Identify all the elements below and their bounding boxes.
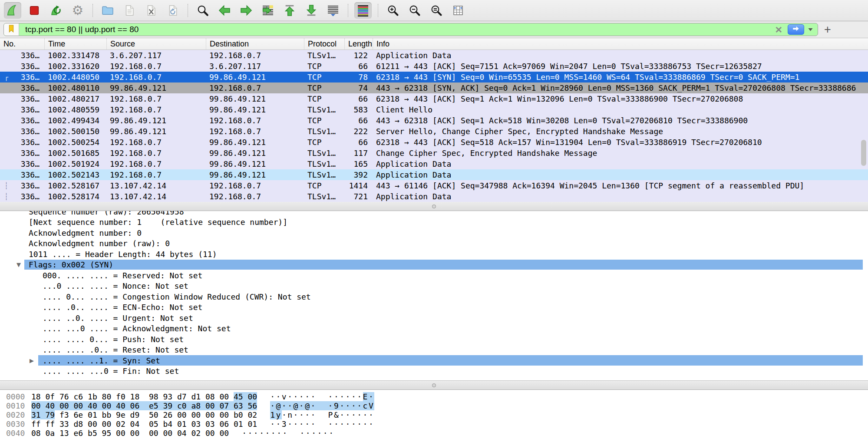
zoom-reset-button[interactable] (428, 2, 445, 19)
colorize-icon (356, 3, 370, 17)
packet-cell: 62318 → 443 [ACK] Seq=1 Ack=1 Win=132096… (373, 93, 868, 104)
display-filter-input[interactable]: tcp.port == 80 || udp.port == 80 (19, 25, 772, 34)
go-to-top-button[interactable] (281, 2, 298, 19)
detail-text: [Next sequence number: 1 (relative seque… (0, 218, 287, 227)
packet-row[interactable]: ┆336…1002.52816713.107.42.14192.168.0.7T… (0, 180, 868, 191)
packet-cell: 66 (344, 115, 373, 126)
go-to-bottom-button[interactable] (303, 2, 320, 19)
column-header-no[interactable]: No. (0, 38, 44, 49)
colorize-packets-button[interactable] (354, 2, 372, 19)
packet-row[interactable]: 336…1002.480217192.168.0.799.86.49.121TC… (0, 93, 868, 104)
packet-row[interactable]: 336…1002.500254192.168.0.799.86.49.121TC… (0, 137, 868, 148)
detail-text: .... .0.. .... = ECN-Echo: Not set (0, 303, 202, 312)
packet-row[interactable]: 336…1002.50015099.86.49.121192.168.0.7TL… (0, 126, 868, 137)
expander-down-icon[interactable]: ▼ (17, 260, 21, 270)
expander-right-icon[interactable]: ▶ (30, 355, 34, 366)
arrow-bottom-icon (304, 3, 318, 17)
capture-options-button[interactable]: ⚙ (69, 2, 86, 19)
column-header-destination[interactable]: Destination (206, 38, 304, 49)
clear-filter-icon[interactable]: ✕ (775, 25, 782, 34)
detail-tree-item[interactable]: .... .... .0.. = Reset: Not set (0, 345, 868, 356)
packet-cell: 192.168.0.7 (206, 180, 304, 191)
detail-text: .... .... ..1. = Syn: Set (0, 356, 160, 365)
arrow-top-icon (283, 3, 297, 17)
column-header-info[interactable]: Info (373, 38, 868, 49)
detail-tree-item[interactable]: .... ...0 .... = Acknowledgment: Not set (0, 323, 868, 334)
packet-row[interactable]: 336…1002.501924192.168.0.799.86.49.121TL… (0, 158, 868, 169)
detail-tree-item[interactable]: 1011 .... = Header Length: 44 bytes (11) (0, 249, 868, 260)
zoom-in-button[interactable] (384, 2, 402, 19)
magnifier-icon (196, 4, 209, 17)
detail-tree-item[interactable]: .... ..0. .... = Urgent: Not set (0, 313, 868, 323)
packet-cell: 122 (344, 50, 373, 61)
packet-cell: 78 (344, 72, 373, 82)
apply-arrow-icon (792, 26, 800, 33)
packet-cell: 1002.480559 (44, 104, 106, 115)
zoom-out-icon (408, 4, 421, 17)
packet-row[interactable]: 336…1002.49943499.86.49.121192.168.0.7TC… (0, 115, 868, 126)
filter-dropdown-button[interactable] (808, 26, 813, 33)
document-close-icon (145, 4, 158, 17)
zoom-out-button[interactable] (406, 2, 423, 19)
packet-row[interactable]: ┌336…1002.448050192.168.0.799.86.49.121T… (0, 72, 868, 82)
detail-tree-item[interactable]: .... .0.. .... = ECN-Echo: Not set (0, 302, 868, 313)
save-file-button[interactable] (121, 2, 138, 19)
open-file-button[interactable] (99, 2, 116, 19)
packet-row[interactable]: 336…1002.501685192.168.0.799.86.49.121TL… (0, 148, 868, 158)
go-forward-button[interactable] (238, 2, 255, 19)
apply-filter-button[interactable] (788, 24, 804, 35)
detail-tree-item[interactable]: 000. .... .... = Reserved: Not set (0, 270, 868, 281)
add-filter-button[interactable]: + (824, 24, 831, 36)
detail-tree-item[interactable]: ...0 .... .... = Nonce: Not set (0, 281, 868, 292)
detail-tree-item[interactable]: ▶.... .... ..1. = Syn: Set (0, 355, 868, 366)
stop-capture-button[interactable] (26, 2, 43, 19)
column-header-length[interactable]: Length (344, 38, 373, 49)
packet-detail-pane: Sequence number (raw): 2665041958[Next s… (0, 211, 868, 380)
hex-row[interactable]: 000018 0f 76 c6 1b 80 f0 18 98 93 d7 d1 … (0, 392, 868, 401)
detail-tree-item[interactable]: ▼Flags: 0x002 (SYN) (0, 260, 868, 270)
display-filter-box[interactable]: tcp.port == 80 || udp.port == 80 ✕ (3, 23, 818, 36)
start-capture-button[interactable] (4, 2, 21, 19)
packet-row[interactable]: 336…1002.3314783.6.207.117192.168.0.7TLS… (0, 50, 868, 61)
hex-row[interactable]: 001000 40 00 00 40 00 40 06 e5 39 c0 a8 … (0, 401, 868, 410)
splitter-detail-bytes[interactable] (0, 380, 868, 390)
detail-tree-item[interactable]: [Next sequence number: 1 (relative seque… (0, 217, 868, 228)
packet-list-scrollbar-thumb[interactable] (861, 140, 866, 166)
detail-tree-item[interactable]: Acknowledgment number: 0 (0, 228, 868, 238)
reload-file-button[interactable] (164, 2, 182, 19)
hex-row[interactable]: 004008 0a 13 e6 b5 95 00 00 00 00 04 02 … (0, 429, 868, 438)
column-header-protocol[interactable]: Protocol (304, 38, 344, 49)
column-header-source[interactable]: Source (106, 38, 206, 49)
detail-tree-item[interactable]: .... .... 0... = Push: Not set (0, 334, 868, 345)
detail-text: Acknowledgment number (raw): 0 (0, 239, 170, 248)
close-file-button[interactable] (142, 2, 160, 19)
resize-columns-button[interactable] (449, 2, 467, 19)
go-back-button[interactable] (216, 2, 233, 19)
detail-text: Sequence number (raw): 2665041958 (0, 211, 184, 216)
packet-row[interactable]: 336…1002.480559192.168.0.799.86.49.121TL… (0, 104, 868, 115)
packet-cell: 99.86.49.121 (206, 148, 304, 158)
restart-capture-button[interactable] (47, 2, 65, 19)
detail-tree-item[interactable]: .... .... ...0 = Fin: Not set (0, 366, 868, 377)
detail-tree-item[interactable]: Sequence number (raw): 2665041958 (0, 211, 868, 217)
find-packet-button[interactable] (194, 2, 211, 19)
packet-cell: 336… (0, 158, 44, 169)
packet-row[interactable]: 336…1002.48011099.86.49.121192.168.0.7TC… (0, 82, 868, 93)
auto-scroll-button[interactable] (324, 2, 342, 19)
hex-row[interactable]: 002031 79 f3 6e 01 bb 9e d9 50 26 00 00 … (0, 410, 868, 419)
filter-bookmark-button[interactable] (4, 23, 19, 36)
packet-cell: 13.107.42.14 (106, 191, 206, 202)
go-to-packet-button[interactable] (259, 2, 277, 19)
packet-cell: 1002.480217 (44, 93, 106, 104)
splitter-list-detail[interactable] (0, 201, 868, 211)
detail-tree-item[interactable]: .... 0... .... = Congestion Window Reduc… (0, 291, 868, 302)
wireshark-fin-icon (6, 3, 20, 17)
packet-row[interactable]: 336…1002.331620192.168.0.73.6.207.117TCP… (0, 61, 868, 72)
packet-row[interactable]: 336…1002.502143192.168.0.799.86.49.121TL… (0, 169, 868, 180)
hex-row[interactable]: 0030ff ff 33 d8 00 00 02 04 05 b4 01 03 … (0, 419, 868, 429)
splitter-handle-icon (432, 205, 436, 208)
packet-row[interactable]: ┆336…1002.52817413.107.42.14192.168.0.7T… (0, 191, 868, 202)
toolbar-divider (188, 4, 188, 17)
column-header-time[interactable]: Time (44, 38, 106, 49)
detail-tree-item[interactable]: Acknowledgment number (raw): 0 (0, 238, 868, 249)
